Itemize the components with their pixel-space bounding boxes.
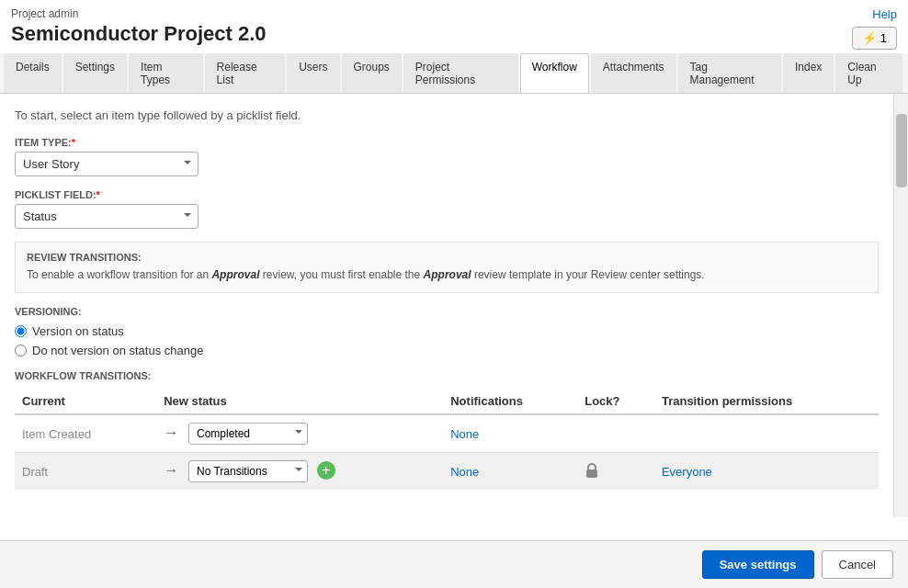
- workflow-transitions-section: WORKFLOW TRANSITIONS: Current New status…: [15, 370, 879, 490]
- header-right: Help ⚡ 1: [852, 7, 897, 50]
- versioning-label-2: Do not version on status change: [32, 344, 203, 357]
- versioning-section: VERSIONING: Version on status Do not ver…: [15, 306, 879, 357]
- row2-lock: [577, 453, 654, 491]
- row2-notifications: None: [443, 453, 577, 491]
- col-lock: Lock?: [577, 389, 654, 414]
- add-transition-button[interactable]: +: [317, 461, 335, 480]
- tab-tag-management[interactable]: Tag Management: [678, 53, 781, 93]
- table-row: Draft → No Transitions Completed In Prog…: [15, 453, 879, 491]
- row1-none-link[interactable]: None: [450, 427, 479, 441]
- footer: Save settings Cancel: [0, 540, 908, 588]
- item-type-section: ITEM TYPE:* User Story Bug Task Feature: [15, 137, 879, 176]
- picklist-field-select-wrapper: Status Priority Resolution: [15, 204, 199, 229]
- activity-count: 1: [880, 31, 887, 45]
- versioning-option-2[interactable]: Do not version on status change: [15, 344, 879, 357]
- tab-users[interactable]: Users: [287, 53, 339, 93]
- versioning-radio-group: Version on status Do not version on stat…: [15, 324, 879, 357]
- tab-item-types[interactable]: Item Types: [129, 53, 203, 93]
- item-type-select[interactable]: User Story Bug Task Feature: [15, 152, 199, 176]
- row1-permissions: [654, 414, 879, 453]
- tab-groups[interactable]: Groups: [342, 53, 402, 93]
- row2-status-select-wrapper: No Transitions Completed In Progress Clo…: [188, 460, 308, 482]
- versioning-title: VERSIONING:: [15, 306, 879, 317]
- tab-project-permissions[interactable]: Project Permissions: [403, 53, 518, 93]
- picklist-field-select[interactable]: Status Priority Resolution: [15, 204, 199, 229]
- col-transition-permissions: Transition permissions: [654, 389, 879, 414]
- main-content: To start, select an item type followed b…: [0, 94, 908, 517]
- table-row: Item Created → Completed Draft In Progre…: [15, 414, 879, 453]
- col-notifications: Notifications: [443, 389, 577, 414]
- versioning-radio-2[interactable]: [15, 345, 27, 356]
- row2-permissions: Everyone: [654, 453, 879, 491]
- col-new-status: New status: [156, 389, 443, 414]
- instruction-text: To start, select an item type followed b…: [15, 108, 879, 122]
- tab-settings[interactable]: Settings: [63, 53, 127, 93]
- picklist-field-section: PICKLIST FIELD:* Status Priority Resolut…: [15, 189, 879, 229]
- help-link[interactable]: Help: [872, 7, 897, 21]
- review-transitions-text: To enable a workflow transition for an A…: [27, 266, 867, 283]
- tab-clean-up[interactable]: Clean Up: [835, 53, 902, 93]
- scrollbar-thumb: [896, 114, 907, 187]
- row1-lock: [577, 414, 654, 453]
- versioning-option-1[interactable]: Version on status: [15, 324, 879, 338]
- header: Project admin Semiconductor Project 2.0 …: [0, 0, 908, 53]
- row2-status-select[interactable]: No Transitions Completed In Progress Clo…: [188, 460, 308, 482]
- item-type-label: ITEM TYPE:*: [15, 137, 879, 148]
- workflow-transitions-title: WORKFLOW TRANSITIONS:: [15, 370, 879, 381]
- activity-icon: ⚡: [862, 31, 877, 45]
- project-title: Semiconductor Project 2.0: [11, 22, 267, 46]
- row2-current: Draft: [15, 453, 156, 491]
- workflow-transitions-table: Current New status Notifications Lock? T…: [15, 389, 879, 490]
- project-admin-label: Project admin: [11, 7, 267, 20]
- col-current: Current: [15, 389, 156, 414]
- review-transitions-section: REVIEW TRANSITIONS: To enable a workflow…: [15, 242, 879, 293]
- row2-everyone-link[interactable]: Everyone: [662, 465, 712, 479]
- save-settings-button[interactable]: Save settings: [702, 550, 814, 579]
- tab-release-list[interactable]: Release List: [205, 53, 286, 93]
- table-header-row: Current New status Notifications Lock? T…: [15, 389, 879, 414]
- review-transitions-title: REVIEW TRANSITIONS:: [27, 252, 867, 263]
- row1-notifications: None: [443, 414, 577, 453]
- activity-button[interactable]: ⚡ 1: [852, 27, 897, 50]
- versioning-radio-1[interactable]: [15, 325, 27, 337]
- cancel-button[interactable]: Cancel: [822, 550, 893, 579]
- tab-details[interactable]: Details: [4, 53, 62, 93]
- row1-new-status-cell: → Completed Draft In Progress Closed: [156, 414, 443, 453]
- header-left: Project admin Semiconductor Project 2.0: [11, 7, 267, 46]
- versioning-label-1: Version on status: [32, 324, 124, 338]
- tab-bar: Details Settings Item Types Release List…: [0, 53, 908, 94]
- item-type-select-wrapper: User Story Bug Task Feature: [15, 152, 199, 176]
- tab-attachments[interactable]: Attachments: [591, 53, 676, 93]
- tab-workflow[interactable]: Workflow: [520, 53, 589, 93]
- picklist-field-label: PICKLIST FIELD:*: [15, 189, 879, 200]
- row1-current: Item Created: [15, 414, 156, 453]
- svg-rect-0: [586, 469, 597, 478]
- tab-index[interactable]: Index: [783, 53, 834, 93]
- row1-status-select-wrapper: Completed Draft In Progress Closed: [188, 423, 308, 445]
- row1-arrow: →: [164, 424, 178, 440]
- lock-icon: [585, 462, 599, 479]
- scrollbar[interactable]: [893, 94, 908, 517]
- row2-none-link[interactable]: None: [450, 465, 479, 479]
- content-area: To start, select an item type followed b…: [0, 94, 893, 517]
- row2-new-status-cell: → No Transitions Completed In Progress C…: [156, 453, 443, 491]
- row1-status-select[interactable]: Completed Draft In Progress Closed: [188, 423, 308, 445]
- row2-arrow: →: [164, 462, 178, 478]
